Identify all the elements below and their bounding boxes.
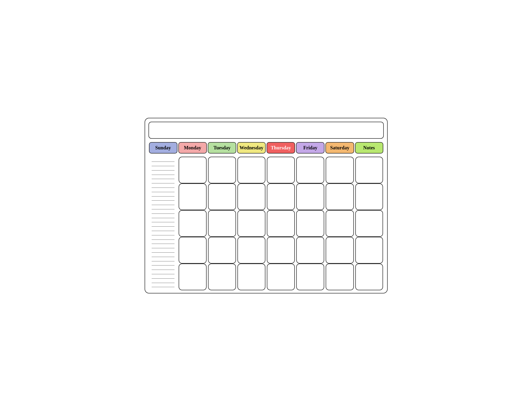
- day-cell-2[interactable]: [238, 157, 266, 183]
- day-cell-26[interactable]: [326, 237, 354, 263]
- notes-line-20: [152, 244, 175, 248]
- notes-line-8: [152, 193, 175, 196]
- day-cell-16[interactable]: [238, 210, 266, 237]
- day-cell-20[interactable]: [355, 210, 383, 237]
- header-wednesday: Wednesday: [237, 142, 266, 154]
- day-cell-31[interactable]: [267, 263, 295, 290]
- notes-line-29: [152, 283, 175, 287]
- day-cell-10[interactable]: [267, 183, 295, 210]
- calendar-body: [149, 156, 384, 290]
- notes-line-22: [152, 253, 175, 257]
- notes-line-11: [152, 206, 175, 209]
- notes-line-9: [152, 197, 175, 201]
- day-cell-1[interactable]: [208, 157, 236, 183]
- day-cell-23[interactable]: [238, 237, 266, 263]
- header-friday: Friday: [296, 142, 324, 154]
- calendar-header: SundayMondayTuesdayWednesdayThursdayFrid…: [149, 142, 384, 154]
- day-cell-5[interactable]: [326, 157, 354, 183]
- header-thursday: Thursday: [266, 142, 295, 154]
- notes-line-5: [152, 179, 175, 183]
- notes-line-23: [152, 257, 175, 261]
- day-cell-7[interactable]: [179, 183, 207, 210]
- day-cell-0[interactable]: [179, 157, 207, 183]
- notes-line-0: [152, 158, 175, 162]
- day-cell-21[interactable]: [179, 237, 207, 263]
- notes-line-15: [152, 223, 175, 227]
- notes-line-25: [152, 266, 175, 270]
- day-cell-32[interactable]: [296, 263, 324, 290]
- day-cell-9[interactable]: [238, 183, 266, 210]
- day-cell-15[interactable]: [208, 210, 236, 237]
- notes-column[interactable]: [149, 156, 178, 290]
- day-cell-27[interactable]: [355, 237, 383, 263]
- notes-line-19: [152, 240, 175, 244]
- day-cell-8[interactable]: [208, 183, 236, 210]
- day-cell-22[interactable]: [208, 237, 236, 263]
- notes-line-16: [152, 227, 175, 231]
- day-cell-4[interactable]: [296, 157, 324, 183]
- notes-line-1: [152, 162, 175, 166]
- day-cell-12[interactable]: [326, 183, 354, 210]
- day-cell-30[interactable]: [238, 263, 266, 290]
- day-cell-34[interactable]: [355, 263, 383, 290]
- header-notes: Notes: [355, 142, 383, 154]
- day-cell-14[interactable]: [179, 210, 207, 237]
- calendar-container: SundayMondayTuesdayWednesdayThursdayFrid…: [145, 118, 388, 293]
- day-cell-18[interactable]: [296, 210, 324, 237]
- day-cell-29[interactable]: [208, 263, 236, 290]
- header-tuesday: Tuesday: [208, 142, 236, 154]
- header-monday: Monday: [178, 142, 207, 154]
- notes-line-28: [152, 279, 175, 283]
- notes-line-12: [152, 210, 175, 214]
- notes-line-18: [152, 236, 175, 240]
- day-cell-13[interactable]: [355, 183, 383, 210]
- notes-line-27: [152, 275, 175, 279]
- notes-line-13: [152, 214, 175, 218]
- header-saturday: Saturday: [325, 142, 354, 154]
- day-cell-19[interactable]: [326, 210, 354, 237]
- day-cell-11[interactable]: [296, 183, 324, 210]
- notes-line-14: [152, 219, 175, 223]
- notes-line-7: [152, 188, 175, 192]
- day-cell-3[interactable]: [267, 157, 295, 183]
- notes-line-21: [152, 249, 175, 253]
- notes-line-26: [152, 270, 175, 274]
- notes-line-24: [152, 262, 175, 266]
- notes-line-10: [152, 201, 175, 205]
- day-cell-25[interactable]: [296, 237, 324, 263]
- day-cell-6[interactable]: [355, 157, 383, 183]
- day-cell-17[interactable]: [267, 210, 295, 237]
- day-cell-28[interactable]: [179, 263, 207, 290]
- notes-line-6: [152, 184, 175, 188]
- day-cell-33[interactable]: [326, 263, 354, 290]
- header-sunday: Sunday: [149, 142, 177, 154]
- notes-line-17: [152, 232, 175, 235]
- day-cell-24[interactable]: [267, 237, 295, 263]
- notes-line-2: [152, 167, 175, 170]
- notes-line-3: [152, 171, 175, 175]
- title-bar[interactable]: [149, 122, 384, 139]
- notes-line-4: [152, 175, 175, 179]
